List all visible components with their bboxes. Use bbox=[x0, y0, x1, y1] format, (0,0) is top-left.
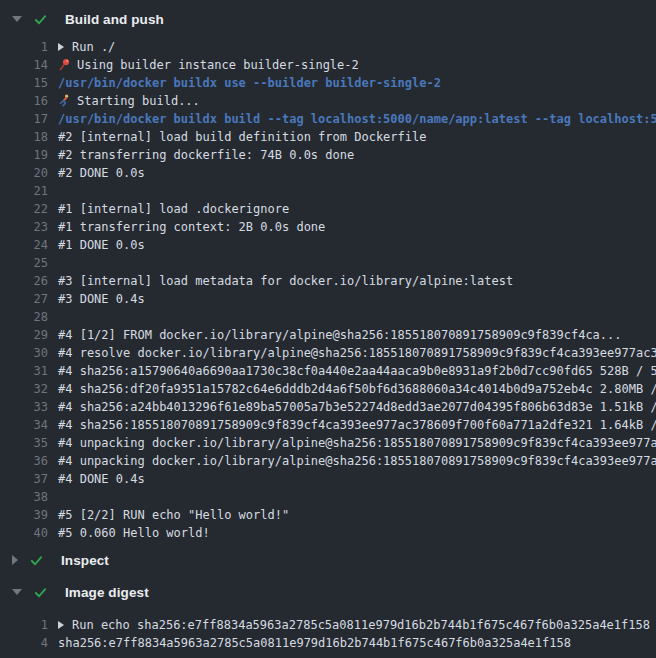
line-number[interactable]: 38 bbox=[0, 488, 48, 506]
line-number[interactable]: 16 bbox=[0, 92, 48, 110]
log-line: 36#4 unpacking docker.io/library/alpine@… bbox=[0, 452, 656, 470]
log-line: 24#1 DONE 0.0s bbox=[0, 236, 656, 254]
line-number[interactable]: 14 bbox=[0, 56, 48, 74]
log-text: #4 DONE 0.4s bbox=[58, 470, 145, 488]
check-icon bbox=[33, 585, 48, 600]
log-line: 28 bbox=[0, 308, 656, 326]
workflow-log-viewer: Build and push 1Run ./14Using builder in… bbox=[0, 0, 656, 658]
line-number[interactable]: 15 bbox=[0, 74, 48, 92]
log-command-text: /usr/bin/docker buildx use --builder bui… bbox=[58, 74, 441, 92]
line-number[interactable]: 39 bbox=[0, 506, 48, 524]
line-number[interactable]: 33 bbox=[0, 398, 48, 416]
log-text: #5 0.060 Hello world! bbox=[58, 524, 210, 542]
log-line: 19#2 transferring dockerfile: 74B 0.0s d… bbox=[0, 146, 656, 164]
log-line: 39#5 [2/2] RUN echo "Hello world!" bbox=[0, 506, 656, 524]
log-text: #3 DONE 0.4s bbox=[58, 290, 145, 308]
log-text: #2 transferring dockerfile: 74B 0.0s don… bbox=[58, 146, 354, 164]
log-line: 18#2 [internal] load build definition fr… bbox=[0, 128, 656, 146]
log-line: 35#4 unpacking docker.io/library/alpine@… bbox=[0, 434, 656, 452]
log-text: #2 [internal] load build definition from… bbox=[58, 128, 426, 146]
log-text: Run ./ bbox=[58, 38, 115, 56]
line-number[interactable]: 18 bbox=[0, 128, 48, 146]
line-number[interactable]: 1 bbox=[0, 616, 48, 634]
line-number[interactable]: 32 bbox=[0, 380, 48, 398]
log-group-title: Inspect bbox=[61, 553, 109, 568]
log-line: 33#4 sha256:a24bb4013296f61e89ba57005a7b… bbox=[0, 398, 656, 416]
log-command-text: /usr/bin/docker buildx build --tag local… bbox=[58, 110, 656, 128]
pushpin-icon bbox=[58, 58, 71, 71]
log-text: #3 [internal] load metadata for docker.i… bbox=[58, 272, 513, 290]
line-number[interactable]: 27 bbox=[0, 290, 48, 308]
log-line: 38 bbox=[0, 488, 656, 506]
line-number[interactable]: 21 bbox=[0, 182, 48, 200]
expand-line-group-icon[interactable] bbox=[58, 43, 64, 51]
log-group-title: Image digest bbox=[65, 585, 149, 600]
log-text: Starting build... bbox=[58, 92, 200, 110]
log-text: Run echo sha256:e7ff8834a5963a2785c5a081… bbox=[58, 616, 650, 634]
line-number[interactable]: 29 bbox=[0, 326, 48, 344]
line-number[interactable]: 35 bbox=[0, 434, 48, 452]
log-line: 15/usr/bin/docker buildx use --builder b… bbox=[0, 74, 656, 92]
line-number[interactable]: 19 bbox=[0, 146, 48, 164]
log-line: 17/usr/bin/docker buildx build --tag loc… bbox=[0, 110, 656, 128]
expand-line-group-icon[interactable] bbox=[58, 621, 64, 629]
log-text: #4 unpacking docker.io/library/alpine@sh… bbox=[58, 452, 656, 470]
log-text: #4 sha256:a15790640a6690aa1730c38cf0a440… bbox=[58, 362, 656, 380]
log-line: 31#4 sha256:a15790640a6690aa1730c38cf0a4… bbox=[0, 362, 656, 380]
log-line: 26#3 [internal] load metadata for docker… bbox=[0, 272, 656, 290]
log-line: 4sha256:e7ff8834a5963a2785c5a0811e979d16… bbox=[0, 634, 656, 652]
log-text: #4 sha256:df20fa9351a15782c64e6dddb2d4a6… bbox=[58, 380, 656, 398]
log-line: 27#3 DONE 0.4s bbox=[0, 290, 656, 308]
log-text: #4 [1/2] FROM docker.io/library/alpine@s… bbox=[58, 326, 622, 344]
collapse-toggle-icon[interactable] bbox=[12, 16, 22, 22]
log-group-header-build-and-push[interactable]: Build and push bbox=[0, 8, 656, 30]
log-line: 1Run ./ bbox=[0, 38, 656, 56]
check-icon bbox=[29, 553, 44, 568]
line-number[interactable]: 31 bbox=[0, 362, 48, 380]
log-line: 22#1 [internal] load .dockerignore bbox=[0, 200, 656, 218]
line-number[interactable]: 30 bbox=[0, 344, 48, 362]
log-line: 37#4 DONE 0.4s bbox=[0, 470, 656, 488]
log-group-title: Build and push bbox=[65, 12, 164, 27]
collapse-toggle-icon[interactable] bbox=[12, 589, 22, 595]
line-number[interactable]: 4 bbox=[0, 634, 48, 652]
log-text: sha256:e7ff8834a5963a2785c5a0811e979d16b… bbox=[58, 634, 571, 652]
log-text: #4 sha256:185518070891758909c9f839cf4ca3… bbox=[58, 416, 656, 434]
log-text: #4 resolve docker.io/library/alpine@sha2… bbox=[58, 344, 656, 362]
log-text: #1 DONE 0.0s bbox=[58, 236, 145, 254]
log-line: 30#4 resolve docker.io/library/alpine@sh… bbox=[0, 344, 656, 362]
line-number[interactable]: 25 bbox=[0, 254, 48, 272]
line-number[interactable]: 22 bbox=[0, 200, 48, 218]
runner-icon bbox=[58, 94, 71, 107]
log-line: 14Using builder instance builder-single-… bbox=[0, 56, 656, 74]
line-number[interactable]: 20 bbox=[0, 164, 48, 182]
line-number[interactable]: 23 bbox=[0, 218, 48, 236]
log-section-inspect: Inspect bbox=[0, 549, 656, 571]
log-line: 20#2 DONE 0.0s bbox=[0, 164, 656, 182]
line-number[interactable]: 37 bbox=[0, 470, 48, 488]
log-text: #1 [internal] load .dockerignore bbox=[58, 200, 289, 218]
log-text: #4 unpacking docker.io/library/alpine@sh… bbox=[58, 434, 656, 452]
log-line: 40#5 0.060 Hello world! bbox=[0, 524, 656, 542]
log-line: 21 bbox=[0, 182, 656, 200]
line-number[interactable]: 17 bbox=[0, 110, 48, 128]
line-number[interactable]: 36 bbox=[0, 452, 48, 470]
expand-toggle-icon[interactable] bbox=[12, 555, 18, 565]
log-line: 16Starting build... bbox=[0, 92, 656, 110]
line-number[interactable]: 24 bbox=[0, 236, 48, 254]
log-section-image-digest: Image digest 1Run echo sha256:e7ff8834a5… bbox=[0, 581, 656, 652]
log-line: 34#4 sha256:185518070891758909c9f839cf4c… bbox=[0, 416, 656, 434]
log-line: 1Run echo sha256:e7ff8834a5963a2785c5a08… bbox=[0, 616, 656, 634]
line-number[interactable]: 34 bbox=[0, 416, 48, 434]
line-number[interactable]: 1 bbox=[0, 38, 48, 56]
log-group-header-inspect[interactable]: Inspect bbox=[0, 549, 656, 571]
line-number[interactable]: 26 bbox=[0, 272, 48, 290]
log-line: 23#1 transferring context: 2B 0.0s done bbox=[0, 218, 656, 236]
log-group-header-image-digest[interactable]: Image digest bbox=[0, 581, 656, 603]
log-lines: 1Run ./14Using builder instance builder-… bbox=[0, 38, 656, 542]
log-lines: 1Run echo sha256:e7ff8834a5963a2785c5a08… bbox=[0, 616, 656, 652]
line-number[interactable]: 28 bbox=[0, 308, 48, 326]
log-text: #5 [2/2] RUN echo "Hello world!" bbox=[58, 506, 289, 524]
line-number[interactable]: 40 bbox=[0, 524, 48, 542]
log-line: 29#4 [1/2] FROM docker.io/library/alpine… bbox=[0, 326, 656, 344]
